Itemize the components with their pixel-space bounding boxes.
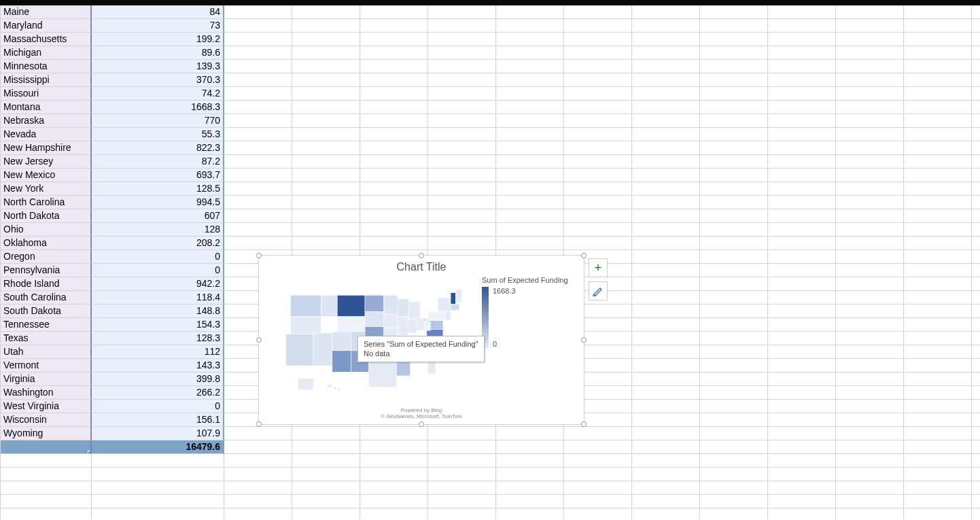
empty-cell[interactable] — [632, 386, 700, 400]
empty-cell[interactable] — [700, 33, 768, 46]
empty-cell[interactable] — [972, 400, 980, 413]
empty-cell[interactable] — [700, 182, 768, 196]
empty-cell[interactable] — [904, 318, 972, 332]
cell-value[interactable]: 55.3 — [92, 128, 224, 141]
empty-cell[interactable] — [768, 264, 836, 277]
empty-cell[interactable] — [768, 5, 836, 19]
empty-cell[interactable] — [904, 155, 972, 169]
cell-value[interactable]: 0 — [92, 400, 224, 413]
empty-cell[interactable] — [700, 305, 768, 318]
empty-cell[interactable] — [972, 413, 980, 427]
empty-cell[interactable] — [836, 19, 904, 33]
empty-cell[interactable] — [496, 87, 564, 101]
empty-cell[interactable] — [632, 508, 700, 519]
cell-state[interactable]: Missouri — [0, 87, 92, 101]
empty-cell[interactable] — [428, 468, 496, 481]
empty-cell[interactable] — [564, 73, 632, 87]
empty-cell[interactable] — [768, 237, 836, 250]
empty-cell[interactable] — [700, 87, 768, 101]
empty-cell[interactable] — [632, 359, 700, 372]
empty-cell[interactable] — [836, 345, 904, 359]
empty-cell[interactable] — [904, 481, 972, 495]
empty-cell[interactable] — [972, 128, 980, 141]
cell-value[interactable]: 74.2 — [92, 87, 224, 101]
empty-cell[interactable] — [972, 155, 980, 169]
empty-cell[interactable] — [700, 101, 768, 114]
empty-cell[interactable] — [632, 318, 700, 332]
empty-cell[interactable] — [700, 440, 768, 454]
empty-cell[interactable] — [768, 196, 836, 209]
empty-cell[interactable] — [768, 372, 836, 386]
empty-cell[interactable] — [904, 19, 972, 33]
empty-cell[interactable] — [836, 209, 904, 223]
empty-cell[interactable] — [632, 87, 700, 101]
empty-cell[interactable] — [224, 196, 292, 209]
empty-cell[interactable] — [972, 237, 980, 250]
empty-cell[interactable] — [632, 155, 700, 169]
empty-cell[interactable] — [836, 305, 904, 318]
empty-cell[interactable] — [700, 372, 768, 386]
empty-cell[interactable] — [972, 264, 980, 277]
empty-cell[interactable] — [224, 87, 292, 101]
empty-cell[interactable] — [700, 508, 768, 519]
empty-cell[interactable] — [904, 305, 972, 318]
empty-cell[interactable] — [632, 345, 700, 359]
cell-value[interactable]: 399.8 — [92, 372, 224, 386]
empty-cell[interactable] — [700, 209, 768, 223]
empty-cell[interactable] — [768, 128, 836, 141]
empty-cell[interactable] — [564, 427, 632, 440]
empty-cell[interactable] — [972, 345, 980, 359]
empty-cell[interactable] — [496, 440, 564, 454]
empty-cell[interactable] — [292, 508, 360, 519]
empty-cell[interactable] — [972, 332, 980, 345]
empty-cell[interactable] — [904, 508, 972, 519]
empty-cell[interactable] — [972, 318, 980, 332]
empty-cell[interactable] — [224, 209, 292, 223]
cell-state[interactable]: Wisconsin — [0, 413, 92, 427]
empty-cell[interactable] — [428, 223, 496, 237]
empty-cell[interactable] — [360, 196, 428, 209]
empty-cell[interactable] — [700, 413, 768, 427]
empty-cell[interactable] — [700, 141, 768, 155]
cell-state[interactable]: Montana — [0, 101, 92, 114]
empty-cell[interactable] — [904, 440, 972, 454]
empty-cell[interactable] — [700, 155, 768, 169]
empty-cell[interactable] — [768, 33, 836, 46]
cell-state[interactable]: New Hampshire — [0, 141, 92, 155]
empty-cell[interactable] — [292, 209, 360, 223]
cell-state[interactable]: Nebraska — [0, 114, 92, 128]
empty-cell[interactable] — [224, 73, 292, 87]
empty-cell[interactable] — [496, 155, 564, 169]
empty-cell[interactable] — [972, 291, 980, 305]
empty-cell[interactable] — [428, 155, 496, 169]
empty-cell[interactable] — [700, 468, 768, 481]
empty-cell[interactable] — [904, 141, 972, 155]
empty-cell[interactable] — [904, 413, 972, 427]
empty-cell[interactable] — [836, 386, 904, 400]
cell-value[interactable]: 942.2 — [92, 277, 224, 291]
empty-cell[interactable] — [292, 19, 360, 33]
empty-cell[interactable] — [564, 5, 632, 19]
map-chart[interactable]: Chart Title — [258, 255, 584, 425]
empty-cell[interactable] — [496, 223, 564, 237]
empty-cell[interactable] — [632, 495, 700, 508]
empty-cell[interactable] — [360, 33, 428, 46]
empty-cell[interactable] — [224, 60, 292, 73]
empty-cell[interactable] — [360, 87, 428, 101]
empty-cell[interactable] — [360, 508, 428, 519]
empty-cell[interactable] — [632, 5, 700, 19]
empty-cell[interactable] — [768, 250, 836, 264]
empty-cell[interactable] — [564, 209, 632, 223]
empty-cell[interactable] — [224, 33, 292, 46]
empty-cell[interactable] — [496, 19, 564, 33]
empty-cell[interactable] — [632, 73, 700, 87]
empty-cell[interactable] — [360, 141, 428, 155]
empty-cell[interactable] — [836, 128, 904, 141]
cell-value[interactable]: 1668.3 — [92, 101, 224, 114]
empty-cell[interactable] — [428, 495, 496, 508]
cell-state[interactable]: Minnesota — [0, 60, 92, 73]
empty-cell[interactable] — [632, 128, 700, 141]
cell-value[interactable]: 89.6 — [92, 46, 224, 60]
empty-cell[interactable] — [768, 46, 836, 60]
empty-cell[interactable] — [428, 169, 496, 182]
